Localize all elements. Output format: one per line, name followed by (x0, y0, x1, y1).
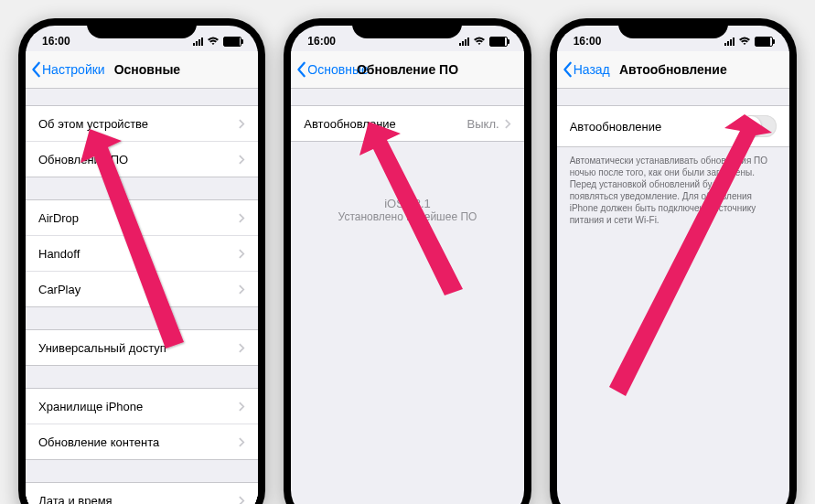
battery-icon (223, 37, 241, 47)
nav-title: Обновление ПО (357, 62, 458, 77)
row-auto-update[interactable]: Автообновление Выкл. (291, 106, 523, 141)
phone-mockup: 16:00 Назад Автообновление Автообновлени… (550, 18, 797, 504)
wifi-icon (738, 37, 751, 46)
settings-group: Хранилище iPhone Обновление контента (26, 388, 258, 460)
notch (352, 18, 462, 38)
back-label: Назад (574, 62, 610, 77)
row-handoff[interactable]: Handoff (26, 236, 258, 272)
chevron-right-icon (239, 213, 245, 223)
settings-group: Автообновление (557, 105, 789, 147)
content-area[interactable]: Автообновление Автоматически устанавлива… (557, 105, 789, 233)
chevron-right-icon (239, 402, 245, 412)
status-time: 16:00 (42, 35, 70, 48)
signal-icon (724, 37, 735, 46)
row-airdrop[interactable]: AirDrop (26, 200, 258, 236)
row-label: Автообновление (570, 120, 662, 134)
signal-icon (459, 37, 469, 46)
screen: 16:00 Основные Обновление ПО Автообновле… (291, 26, 523, 504)
status-indicators (724, 37, 773, 47)
wifi-icon (473, 37, 486, 46)
footer-description: Автоматически устанавливать обновления П… (557, 147, 789, 233)
chevron-left-icon (31, 61, 42, 78)
settings-group: Универсальный доступ (26, 329, 258, 366)
row-label: AirDrop (38, 211, 79, 225)
phone-mockup: 16:00 Основные Обновление ПО Автообновле… (284, 18, 531, 504)
row-about[interactable]: Об этом устройстве (26, 106, 258, 142)
content-area[interactable]: Об этом устройстве Обновление ПО AirDrop… (26, 105, 258, 504)
row-label: Дата и время (38, 494, 113, 505)
row-value: Выкл. (467, 117, 499, 131)
status-indicators (459, 37, 508, 47)
row-background-refresh[interactable]: Обновление контента (26, 424, 258, 459)
nav-bar: Основные Обновление ПО (291, 51, 523, 89)
chevron-right-icon (239, 249, 245, 259)
chevron-right-icon (239, 343, 245, 353)
row-label: Автообновление (304, 117, 396, 131)
settings-group: Автообновление Выкл. (291, 105, 523, 142)
row-software-update[interactable]: Обновление ПО (26, 142, 258, 177)
toggle-switch[interactable] (740, 115, 777, 137)
chevron-right-icon (239, 284, 245, 295)
update-status: iOS 12.1 Установлено новейшее ПО (291, 142, 523, 278)
notch (618, 18, 728, 38)
screen: 16:00 Настройки Основные Об этом устройс… (26, 26, 258, 504)
battery-icon (755, 37, 773, 47)
status-time: 16:00 (307, 35, 336, 48)
settings-group: Об этом устройстве Обновление ПО (26, 105, 258, 177)
status-time: 16:00 (574, 35, 602, 48)
chevron-right-icon (505, 119, 511, 129)
wifi-icon (207, 37, 220, 46)
nav-bar: Настройки Основные (26, 51, 258, 89)
row-date-time[interactable]: Дата и время (26, 483, 258, 504)
row-auto-update-toggle[interactable]: Автообновление (557, 106, 789, 146)
row-label: Об этом устройстве (38, 117, 148, 131)
notch (87, 18, 197, 38)
chevron-right-icon (239, 437, 245, 447)
content-area[interactable]: Автообновление Выкл. iOS 12.1 Установлен… (291, 105, 523, 278)
nav-title: Основные (114, 62, 259, 77)
back-button[interactable]: Настройки (26, 61, 105, 78)
chevron-right-icon (239, 496, 245, 505)
chevron-left-icon (296, 61, 307, 78)
nav-bar: Назад Автообновление (557, 51, 789, 89)
row-accessibility[interactable]: Универсальный доступ (26, 330, 258, 365)
back-label: Настройки (42, 62, 105, 77)
chevron-left-icon (563, 61, 574, 78)
back-button[interactable]: Назад (557, 61, 610, 78)
chevron-right-icon (239, 155, 245, 165)
ios-version: iOS 12.1 (309, 197, 505, 210)
nav-title: Автообновление (619, 62, 727, 77)
row-label: Универсальный доступ (38, 341, 166, 355)
phone-mockup: 16:00 Настройки Основные Об этом устройс… (18, 18, 265, 504)
settings-group: Дата и время Клавиатура Язык и регион Сл… (26, 482, 258, 504)
chevron-right-icon (239, 119, 245, 129)
screen: 16:00 Назад Автообновление Автообновлени… (557, 26, 789, 504)
row-storage[interactable]: Хранилище iPhone (26, 389, 258, 424)
battery-icon (489, 37, 508, 47)
row-label: Хранилище iPhone (38, 400, 143, 413)
status-indicators (193, 37, 241, 47)
row-carplay[interactable]: CarPlay (26, 272, 258, 306)
row-label: CarPlay (38, 283, 80, 296)
settings-group: AirDrop Handoff CarPlay (26, 199, 258, 307)
row-label: Обновление ПО (38, 153, 128, 166)
row-label: Handoff (38, 247, 80, 261)
row-label: Обновление контента (38, 435, 159, 449)
signal-icon (193, 37, 203, 46)
update-message: Установлено новейшее ПО (309, 210, 505, 223)
